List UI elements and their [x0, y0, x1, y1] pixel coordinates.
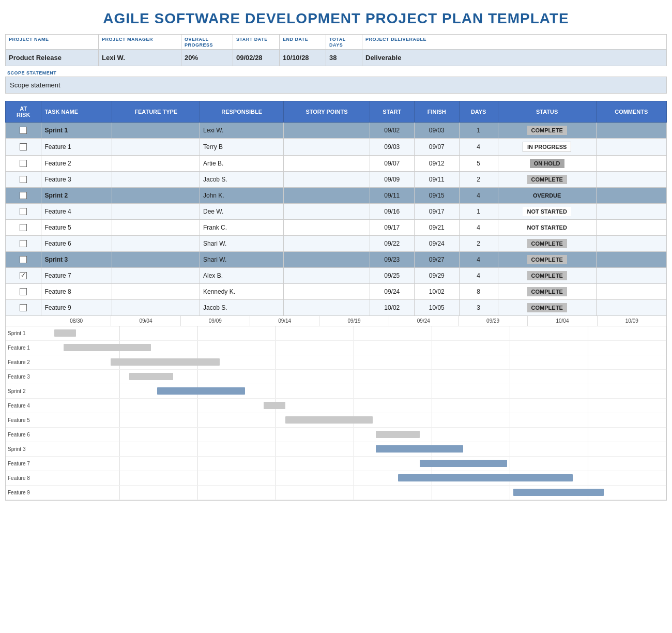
finish-cell: 09/11: [414, 171, 459, 187]
task-name-cell: Sprint 1: [41, 122, 112, 138]
days-cell: 4: [459, 267, 498, 283]
finish-cell: 09/03: [414, 122, 459, 138]
start-cell: 09/11: [370, 187, 414, 203]
col-status: STATUS: [498, 101, 596, 122]
col-task-name: TASK NAME: [41, 101, 112, 122]
story-points-cell: [284, 251, 370, 267]
gantt-row-label: Feature 5: [6, 417, 42, 423]
gantt-date-label: 10/04: [528, 316, 597, 326]
at-risk-checkbox[interactable]: [20, 272, 27, 279]
task-name-cell: Feature 7: [41, 267, 112, 283]
status-badge: IN PROGRESS: [523, 142, 571, 152]
gantt-bar: [111, 358, 220, 366]
start-cell: 09/02: [370, 122, 414, 138]
col-comments: COMMENTS: [596, 101, 666, 122]
comments-cell: [596, 235, 666, 251]
status-cell: COMPLETE: [498, 235, 596, 251]
gantt-row: Feature 1: [6, 341, 666, 355]
gantt-row-label: Feature 6: [6, 432, 42, 438]
finish-cell: 09/29: [414, 267, 459, 283]
gantt-bar: [157, 387, 245, 395]
gantt-row: Feature 9: [6, 486, 666, 500]
status-cell: ON HOLD: [498, 155, 596, 171]
start-cell: 09/17: [370, 219, 414, 235]
at-risk-checkbox[interactable]: [20, 304, 27, 311]
gantt-date-label: 08/30: [42, 316, 111, 326]
gantt-row-track: [42, 341, 666, 355]
scope-value: Scope statement: [5, 77, 667, 94]
status-cell: COMPLETE: [498, 283, 596, 299]
at-risk-checkbox[interactable]: [20, 240, 27, 247]
task-name-cell: Feature 6: [41, 235, 112, 251]
status-badge: COMPLETE: [527, 126, 567, 135]
gantt-bar: [398, 474, 573, 481]
at-risk-checkbox[interactable]: [20, 208, 27, 215]
at-risk-checkbox[interactable]: [20, 143, 27, 150]
story-points-cell: [284, 235, 370, 251]
at-risk-checkbox[interactable]: [20, 288, 27, 295]
story-points-cell: [284, 138, 370, 155]
table-row: Sprint 1Lexi W.09/0209/031COMPLETE: [6, 122, 667, 138]
gantt-row: Feature 3: [6, 370, 666, 384]
task-name-cell: Sprint 3: [41, 251, 112, 267]
start-cell: 09/09: [370, 171, 414, 187]
gantt-bar: [376, 445, 463, 453]
story-points-cell: [284, 299, 370, 315]
comments-cell: [596, 138, 666, 155]
table-row: Feature 5Frank C.09/1709/214NOT STARTED: [6, 219, 667, 235]
table-row: Sprint 3Shari W.09/2309/274COMPLETE: [6, 251, 667, 267]
story-points-cell: [284, 187, 370, 203]
at-risk-checkbox[interactable]: [20, 192, 27, 199]
feature-type-cell: [112, 283, 200, 299]
gantt-row-track: [42, 370, 666, 384]
gantt-row-label: Sprint 1: [6, 330, 42, 336]
at-risk-checkbox[interactable]: [20, 160, 27, 167]
at-risk-checkbox[interactable]: [20, 224, 27, 231]
project-deliverable-value: Deliverable: [362, 50, 666, 66]
at-risk-checkbox[interactable]: [20, 176, 27, 183]
comments-cell: [596, 251, 666, 267]
gantt-row-track: [42, 486, 666, 500]
status-badge: ON HOLD: [530, 159, 564, 168]
start-cell: 09/22: [370, 235, 414, 251]
at-risk-checkbox[interactable]: [20, 256, 27, 263]
gantt-row: Feature 8: [6, 471, 666, 486]
gantt-row-track: [42, 457, 666, 471]
project-manager-value: Lexi W.: [99, 50, 181, 66]
task-name-cell: Sprint 2: [41, 187, 112, 203]
feature-type-cell: [112, 155, 200, 171]
finish-cell: 09/12: [414, 155, 459, 171]
comments-cell: [596, 122, 666, 138]
gantt-row-label: Feature 3: [6, 374, 42, 380]
gantt-row-label: Sprint 2: [6, 388, 42, 394]
days-cell: 4: [459, 138, 498, 155]
gantt-row: Feature 5: [6, 413, 666, 428]
finish-cell: 09/17: [414, 203, 459, 219]
gantt-date-label: 09/09: [181, 316, 250, 326]
task-name-cell: Feature 9: [41, 299, 112, 315]
col-finish: FINISH: [414, 101, 459, 122]
gantt-row-label: Feature 7: [6, 461, 42, 466]
feature-type-cell: [112, 171, 200, 187]
days-cell: 5: [459, 155, 498, 171]
start-date-value: 09/02/28: [233, 50, 280, 66]
gantt-row: Feature 2: [6, 355, 666, 370]
status-badge: NOT STARTED: [523, 223, 571, 232]
task-table: ATRISK TASK NAME FEATURE TYPE RESPONSIBL…: [5, 101, 667, 316]
gantt-header: 08/3009/0409/0909/1409/1909/2409/2910/04…: [6, 316, 666, 326]
col-feature-type: FEATURE TYPE: [112, 101, 200, 122]
comments-cell: [596, 171, 666, 187]
status-badge: COMPLETE: [527, 303, 567, 312]
days-cell: 4: [459, 251, 498, 267]
status-cell: COMPLETE: [498, 171, 596, 187]
start-date-label: START DATE: [233, 35, 280, 49]
gantt-row-label: Feature 8: [6, 475, 42, 481]
end-date-label: END DATE: [280, 35, 326, 49]
comments-cell: [596, 299, 666, 315]
finish-cell: 09/15: [414, 187, 459, 203]
project-info-values: Product Release Lexi W. 20% 09/02/28 10/…: [5, 50, 667, 66]
gantt-row-label: Feature 9: [6, 490, 42, 495]
gantt-bar: [264, 402, 285, 409]
task-name-cell: Feature 5: [41, 219, 112, 235]
at-risk-checkbox[interactable]: [20, 127, 27, 134]
